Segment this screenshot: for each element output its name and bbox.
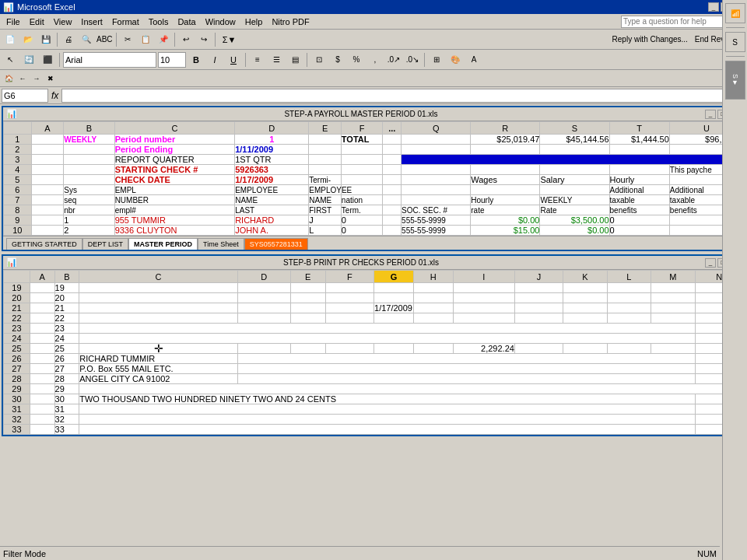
extra-btn4[interactable]: ✖ [44, 72, 58, 86]
cell-A1[interactable] [31, 135, 64, 145]
cell-S7[interactable]: WEEKLY [540, 195, 609, 205]
cell-A8[interactable] [31, 205, 64, 215]
cell-gap2[interactable] [383, 145, 402, 155]
cell-D10[interactable]: JOHN A. [235, 226, 309, 236]
cell2-B28[interactable]: 28 [54, 374, 79, 384]
row-header-3[interactable]: 3 [4, 155, 32, 165]
cell2-H25[interactable] [413, 344, 453, 354]
col2-I[interactable]: I [453, 271, 514, 283]
cell2-A28[interactable] [30, 374, 54, 384]
col2-K[interactable]: K [563, 271, 608, 283]
menu-tools[interactable]: Tools [144, 16, 174, 28]
cell-T4[interactable] [609, 165, 669, 175]
cell2-A22[interactable] [30, 313, 54, 324]
cell-T8[interactable]: benefits [609, 205, 669, 215]
cell2-C20[interactable] [79, 293, 238, 303]
row-header-9[interactable]: 9 [4, 215, 32, 226]
cell2-D20[interactable] [237, 293, 290, 303]
cell-S5[interactable]: Salary [540, 175, 609, 185]
extra-btn2[interactable]: ← [16, 72, 30, 86]
cell2-F22[interactable] [325, 313, 374, 324]
side-btn3[interactable]: S▼ [725, 61, 745, 100]
col-A[interactable]: A [31, 122, 64, 135]
cell2-E22[interactable] [290, 313, 325, 324]
cell2-rest31[interactable] [79, 404, 695, 415]
cell2-A21[interactable] [30, 303, 54, 313]
extra-btn1[interactable]: 🏠 [2, 72, 16, 86]
cell2-G19[interactable] [374, 283, 414, 293]
cell-B2[interactable] [64, 145, 114, 155]
cell2-M21[interactable] [651, 303, 696, 313]
cell2-K22[interactable] [563, 313, 608, 324]
cell-S6[interactable] [540, 185, 609, 195]
tab-time-sheet[interactable]: Time Sheet [198, 238, 244, 250]
cell-D3[interactable]: 1ST QTR [235, 155, 309, 165]
row2-header-27[interactable]: 27 [4, 364, 30, 374]
tab-dept-list[interactable]: DEPT LIST [82, 238, 128, 250]
currency-btn[interactable]: $ [329, 51, 346, 68]
col-T[interactable]: T [609, 122, 669, 135]
cell2-rest23[interactable] [79, 324, 695, 334]
reply-changes[interactable]: Reply with Changes... [609, 35, 691, 44]
col2-M[interactable]: M [651, 271, 696, 283]
row2-header-28[interactable]: 28 [4, 374, 30, 384]
cell-E10[interactable]: L [309, 226, 342, 236]
redo-btn[interactable]: ↪ [195, 31, 212, 48]
side-btn2[interactable]: S [725, 32, 745, 52]
tb2-btn2[interactable]: 🔄 [20, 51, 37, 68]
font-color-btn[interactable]: A [465, 51, 482, 68]
italic-btn[interactable]: I [206, 51, 223, 68]
row2-header-26[interactable]: 26 [4, 354, 30, 364]
cell2-rest32[interactable] [79, 415, 695, 425]
cell2-A29[interactable] [30, 384, 54, 394]
cell-C7[interactable]: NUMBER [114, 195, 235, 205]
cut-btn[interactable]: ✂ [119, 31, 136, 48]
font-size-input[interactable]: 10 [158, 52, 186, 68]
cell-Q4[interactable] [402, 165, 471, 175]
cell2-I19[interactable] [453, 283, 514, 293]
cell2-B21[interactable]: 21 [54, 303, 79, 313]
cell2-K21[interactable] [563, 303, 608, 313]
cell2-H19[interactable] [413, 283, 453, 293]
cell2-J21[interactable] [514, 303, 563, 313]
cell2-A20[interactable] [30, 293, 54, 303]
cell-blue-bar[interactable] [402, 155, 744, 165]
cell2-H21[interactable] [413, 303, 453, 313]
cell-D1[interactable]: 1 [235, 135, 309, 145]
cell-C10[interactable]: 9336 CLUYTON [114, 226, 235, 236]
cell-F7[interactable]: nation [341, 195, 382, 205]
row2-header-30[interactable]: 30 [4, 394, 30, 404]
row-header-1[interactable]: 1 [4, 135, 32, 145]
fill-color-btn[interactable]: 🎨 [447, 51, 464, 68]
col2-E[interactable]: E [290, 271, 325, 283]
copy-btn[interactable]: 📋 [137, 31, 154, 48]
row-header-7[interactable]: 7 [4, 195, 32, 205]
col-E[interactable]: E [309, 122, 342, 135]
cell-E7[interactable]: NAME [309, 195, 342, 205]
cell-F1[interactable]: TOTAL [341, 135, 382, 145]
cell-E2[interactable] [309, 145, 342, 155]
cell2-rest29[interactable] [79, 384, 744, 394]
cell2-A27[interactable] [30, 364, 54, 374]
col2-A[interactable]: A [30, 271, 54, 283]
cell-gap1[interactable] [383, 135, 402, 145]
row2-header-21[interactable]: 21 [4, 303, 30, 313]
col2-H[interactable]: H [413, 271, 453, 283]
cell2-G22[interactable] [374, 313, 414, 324]
tb2-btn1[interactable]: ↖ [2, 51, 19, 68]
cell2-H20[interactable] [413, 293, 453, 303]
cell2-M22[interactable] [651, 313, 696, 324]
cell-gap7[interactable] [383, 195, 402, 205]
cell-B4[interactable] [64, 165, 114, 175]
print-btn[interactable]: 🖨 [60, 31, 77, 48]
cell2-C19[interactable] [79, 283, 238, 293]
row2-header-29[interactable]: 29 [4, 384, 30, 394]
col2-J[interactable]: J [514, 271, 563, 283]
cell2-D22[interactable] [237, 313, 290, 324]
cell2-M25[interactable] [651, 344, 696, 354]
font-family-input[interactable]: Arial [63, 52, 156, 68]
cell-E3[interactable] [309, 155, 342, 165]
cell-B10[interactable]: 2 [64, 226, 114, 236]
cell-B7[interactable]: seq [64, 195, 114, 205]
menu-edit[interactable]: Edit [25, 16, 49, 28]
